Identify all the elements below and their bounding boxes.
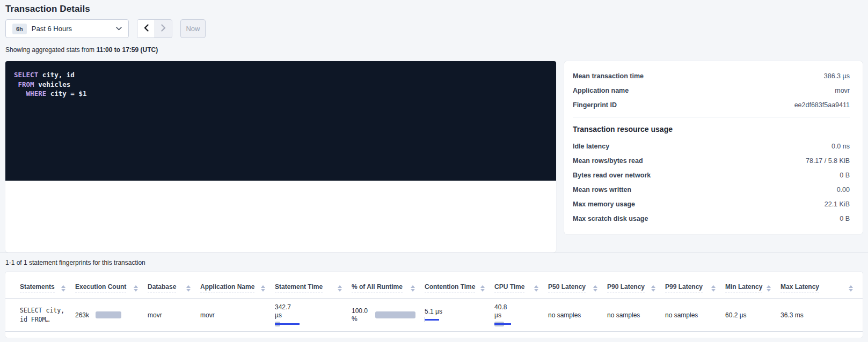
summary-label: Mean transaction time xyxy=(573,72,644,80)
execution-count-bar xyxy=(96,311,121,318)
page-title: Transaction Details xyxy=(5,0,863,19)
sort-icon[interactable] xyxy=(711,285,716,292)
summary-value: 0.00 xyxy=(837,186,850,194)
summary-row-max-scratch-disk-usage: Max scratch disk usage 0 B xyxy=(573,211,850,226)
time-range-dropdown[interactable]: 6h Past 6 Hours xyxy=(5,19,129,38)
sort-icon[interactable] xyxy=(534,285,538,292)
sort-icon[interactable] xyxy=(480,285,485,292)
previous-time-button[interactable] xyxy=(137,20,155,38)
column-header-application-name[interactable]: Application Name xyxy=(200,272,275,299)
summary-label: Max scratch disk usage xyxy=(573,215,648,222)
chevron-down-icon xyxy=(116,27,122,31)
sort-icon[interactable] xyxy=(134,285,138,292)
summary-row-mean-rows-bytes-read: Mean rows/bytes read 78.17 / 5.8 KiB xyxy=(573,153,850,168)
summary-row-idle-latency: Idle latency 0.0 ns xyxy=(573,139,850,153)
sort-icon[interactable] xyxy=(593,285,597,292)
summary-label: Idle latency xyxy=(573,143,609,150)
contention-time-bar xyxy=(425,317,439,322)
column-header-p99-latency[interactable]: P99 Latency xyxy=(665,272,725,299)
column-header-p50-latency[interactable]: P50 Latency xyxy=(548,272,607,299)
sql-line-1: SELECT city, id xyxy=(14,70,548,80)
time-step-buttons xyxy=(137,19,172,38)
summary-row-bytes-read-over-network: Bytes read over network 0 B xyxy=(573,168,850,182)
summary-value: 78.17 / 5.8 KiB xyxy=(806,157,850,165)
transaction-details-section: Transaction Details 6h Past 6 Hours Now … xyxy=(0,0,868,252)
summary-value: 386.3 µs xyxy=(824,72,850,80)
p50-latency-cell: no samples xyxy=(548,299,607,332)
aggregated-stats-caption: Showing aggregated stats from 11:00 to 1… xyxy=(5,45,863,61)
column-header-max-latency[interactable]: Max Latency xyxy=(781,272,863,299)
column-header-statement-time[interactable]: Statement Time xyxy=(275,272,352,299)
sort-icon[interactable] xyxy=(651,285,655,292)
statement-cell[interactable]: SELECT city,id FROM… xyxy=(5,299,75,332)
sql-statement-box: SELECT city, id FROM vehicles WHERE city… xyxy=(5,61,556,181)
summary-label: Fingerprint ID xyxy=(573,101,617,109)
contention-time-cell: 5.1 µs xyxy=(425,299,494,332)
summary-label: Bytes read over network xyxy=(573,172,651,179)
column-header-database[interactable]: Database xyxy=(148,272,200,299)
database-cell: movr xyxy=(148,299,200,332)
column-header-percent-of-all-runtime[interactable]: % of All Runtime xyxy=(352,272,425,299)
cpu-time-bar xyxy=(494,321,511,326)
statement-time-bar xyxy=(275,321,300,326)
sort-icon[interactable] xyxy=(186,285,191,292)
column-header-statements[interactable]: Statements xyxy=(5,272,75,299)
summary-divider xyxy=(573,117,850,117)
next-time-button[interactable] xyxy=(155,20,172,38)
summary-label: Mean rows/bytes read xyxy=(573,157,643,165)
sort-icon[interactable] xyxy=(61,285,65,292)
column-header-execution-count[interactable]: Execution Count xyxy=(75,272,148,299)
sort-icon[interactable] xyxy=(261,285,265,292)
column-header-p90-latency[interactable]: P90 Latency xyxy=(607,272,665,299)
time-controls: 6h Past 6 Hours Now xyxy=(5,19,863,38)
column-header-contention-time[interactable]: Contention Time xyxy=(425,272,494,299)
chevron-left-icon xyxy=(144,24,149,33)
application-name-cell: movr xyxy=(200,299,275,332)
percent-runtime-bar xyxy=(375,311,415,318)
sort-icon[interactable] xyxy=(338,285,342,292)
time-range-value: 11:00 to 17:59 (UTC) xyxy=(96,46,158,54)
summary-label: Application name xyxy=(573,87,629,94)
statements-table-caption: 1-1 of 1 statement fingerprints for this… xyxy=(0,253,868,272)
summary-value: 22.1 KiB xyxy=(825,200,850,208)
statements-table: Statements Execution Count Database Appl… xyxy=(5,272,863,332)
statements-section: 1-1 of 1 statement fingerprints for this… xyxy=(0,252,868,338)
statement-fingerprint-link[interactable]: SELECT city,id FROM… xyxy=(20,306,70,324)
summary-label: Mean rows written xyxy=(573,186,631,194)
summary-value: 0 B xyxy=(840,172,850,179)
p99-latency-cell: no samples xyxy=(665,299,725,332)
resource-usage-section-title: Transaction resource usage xyxy=(573,122,850,139)
sql-line-3: WHERE city = $1 xyxy=(14,89,548,99)
summary-row-mean-rows-written: Mean rows written 0.00 xyxy=(573,182,850,197)
cpu-time-cell: 40.8 µs xyxy=(494,299,548,332)
statement-row: SELECT city,id FROM… 263k movr movr 342.… xyxy=(5,299,863,332)
time-range-badge: 6h xyxy=(12,24,27,34)
statements-table-card: Statements Execution Count Database Appl… xyxy=(5,272,863,338)
chevron-right-icon xyxy=(161,24,166,33)
sort-icon[interactable] xyxy=(849,285,853,292)
column-header-cpu-time[interactable]: CPU Time xyxy=(494,272,548,299)
min-latency-cell: 60.2 µs xyxy=(725,299,781,332)
summary-label: Max memory usage xyxy=(573,200,635,208)
summary-row-mean-transaction-time: Mean transaction time 386.3 µs xyxy=(573,69,850,83)
execution-count-cell: 263k xyxy=(75,299,148,332)
sort-icon[interactable] xyxy=(767,285,771,292)
summary-row-fingerprint-id: Fingerprint ID ee2df683f5aa9411 xyxy=(573,98,850,112)
now-button[interactable]: Now xyxy=(180,19,206,38)
sort-icon[interactable] xyxy=(411,285,415,292)
sql-line-2: FROM vehicles xyxy=(14,80,548,90)
summary-row-max-memory-usage: Max memory usage 22.1 KiB xyxy=(573,197,850,211)
sql-statement-card: SELECT city, id FROM vehicles WHERE city… xyxy=(5,61,556,252)
summary-value: movr xyxy=(835,87,850,94)
statement-time-cell: 342.7 µs xyxy=(275,299,352,332)
transaction-summary-card: Mean transaction time 386.3 µs Applicati… xyxy=(564,61,863,234)
percent-runtime-cell: 100.0 % xyxy=(352,299,425,332)
summary-row-application-name: Application name movr xyxy=(573,83,850,98)
summary-value: ee2df683f5aa9411 xyxy=(794,101,850,109)
max-latency-cell: 36.3 ms xyxy=(781,299,863,332)
summary-value: 0 B xyxy=(840,215,850,222)
p90-latency-cell: no samples xyxy=(607,299,665,332)
column-header-min-latency[interactable]: Min Latency xyxy=(725,272,781,299)
table-header-row: Statements Execution Count Database Appl… xyxy=(5,272,863,299)
summary-value: 0.0 ns xyxy=(831,143,850,150)
